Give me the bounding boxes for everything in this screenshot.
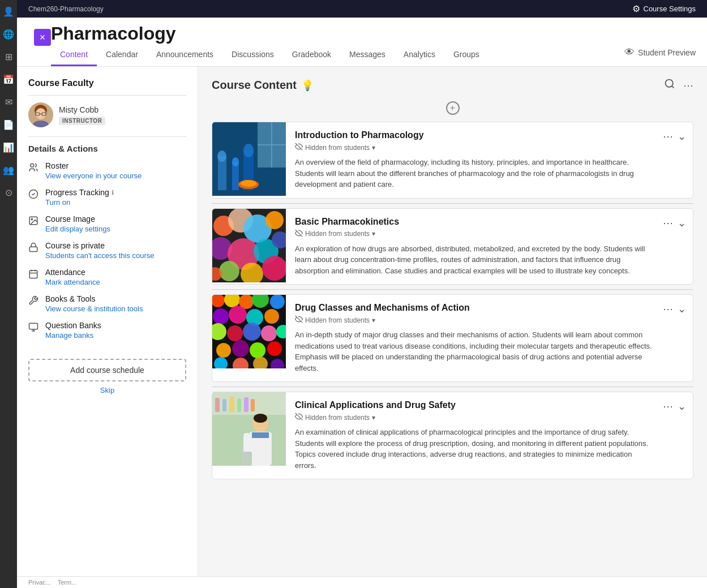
progress-label: Progress Tracking ℹ [45,188,114,197]
books-tools-label: Books & Tools [45,294,143,303]
progress-link[interactable]: Turn on [45,198,114,207]
roster-icon [28,162,40,175]
bulb-icon: 💡 [301,79,314,92]
faculty-section-title: Course Faculty [28,78,186,88]
card-3-title: Drug Classes and Mechanisms of Action [295,303,654,313]
tab-content[interactable]: Content [51,44,97,66]
tab-announcements[interactable]: Announcements [147,44,222,66]
search-button[interactable] [664,78,675,92]
card-3-hidden-toggle[interactable]: Hidden from students ▾ [295,315,654,325]
card-4-hidden-toggle[interactable]: Hidden from students ▾ [295,413,654,422]
svg-point-83 [254,414,267,423]
svg-rect-80 [244,397,248,412]
action-progress-tracking: Progress Tracking ℹ Turn on [28,188,186,207]
svg-point-62 [261,325,277,341]
svg-point-66 [250,342,265,358]
card-3-body: Drug Classes and Mechanisms of Action [286,295,663,381]
svg-point-55 [213,308,229,324]
tab-discussions[interactable]: Discussions [222,44,283,66]
svg-point-54 [270,295,285,309]
nav-mail-icon[interactable]: ✉ [3,96,14,108]
card-2-more-button[interactable]: ⋯ [663,217,673,229]
gear-icon: ⚙ [632,3,640,14]
question-banks-icon [28,322,40,334]
nav-chart-icon[interactable]: 📊 [3,141,14,153]
private-label: Course is private [45,241,155,250]
top-bar: Chem260-Pharmacology ⚙ Course Settings [17,0,707,18]
card-1-expand-button[interactable]: ⌄ [678,130,686,143]
card-2-actions: ⋯ ⌄ [663,209,693,285]
svg-point-7 [31,164,34,167]
nav-calendar-icon[interactable]: 📅 [3,74,14,85]
card-1-image [212,122,286,196]
svg-point-60 [227,325,243,341]
nav-users-icon[interactable]: 👥 [3,164,14,175]
card-4-more-button[interactable]: ⋯ [663,400,673,413]
action-books-tools: Books & Tools View course & institution … [28,294,186,313]
details-section-title: Details & Actions [28,144,186,153]
svg-point-65 [232,340,249,357]
card-2-hidden-toggle[interactable]: Hidden from students ▾ [295,229,654,239]
course-image-link[interactable]: Edit display settings [45,225,110,233]
svg-rect-88 [252,432,269,438]
card-4-body: Clinical Applications and Drug Safety [286,392,663,479]
attendance-link[interactable]: Mark attendance [45,278,100,286]
add-content-button[interactable]: + [446,101,460,115]
course-content-title: Course Content 💡 [212,79,314,92]
card-1-hidden-toggle[interactable]: Hidden from students ▾ [295,143,654,152]
progress-icon [28,189,40,201]
svg-line-20 [672,86,674,88]
question-banks-link[interactable]: Manage banks [45,331,101,340]
card-1-title: Introduction to Pharmacology [295,130,654,140]
lock-icon [28,242,40,255]
card-4-image [212,392,286,466]
course-card-1: Introduction to Pharmacology Hidde [212,122,693,199]
page-header: × Pharmacology Content Calendar Announce… [17,18,707,67]
svg-point-26 [232,157,239,166]
svg-point-39 [265,211,284,229]
course-card-3: Drug Classes and Mechanisms of Action [212,294,693,382]
card-3-more-button[interactable]: ⋯ [663,303,673,315]
card-4-title: Clinical Applications and Drug Safety [295,400,654,410]
nav-circle-icon[interactable]: ⊙ [3,187,14,198]
nav-person-icon[interactable]: 👤 [3,6,14,17]
svg-point-43 [219,261,239,281]
nav-grid-icon[interactable]: ⊞ [3,51,14,62]
card-2-expand-button[interactable]: ⌄ [678,217,686,229]
action-question-banks: Question Banks Manage banks [28,321,186,340]
private-link[interactable]: Students can't access this course [45,251,155,260]
terms-link[interactable]: Term... [58,579,77,586]
close-button[interactable]: × [34,29,51,46]
tab-calendar[interactable]: Calendar [97,44,147,66]
tab-groups[interactable]: Groups [444,44,489,66]
roster-link[interactable]: View everyone in your course [45,171,142,180]
svg-point-61 [243,323,261,341]
svg-rect-76 [215,398,220,412]
student-preview-button[interactable]: 👁 Student Preview [624,46,707,64]
card-1-actions: ⋯ ⌄ [663,122,693,198]
course-settings-button[interactable]: ⚙ Course Settings [632,3,696,14]
svg-point-24 [217,151,226,162]
tab-messages[interactable]: Messages [340,44,395,66]
books-tools-link[interactable]: View course & institution tools [45,304,143,313]
card-1-description: An overview of the field of pharmacology… [295,157,654,190]
card-4-expand-button[interactable]: ⌄ [678,400,686,413]
card-1-body: Introduction to Pharmacology Hidde [286,122,663,198]
tab-analytics[interactable]: Analytics [395,44,444,66]
card-3-actions: ⋯ ⌄ [663,295,693,381]
more-options-button[interactable]: ⋯ [683,79,693,92]
hidden-icon-4 [295,413,303,422]
action-roster: Roster View everyone in your course [28,161,186,180]
privacy-link[interactable]: Privac... [28,579,51,586]
nav-document-icon[interactable]: 📄 [3,119,14,130]
skip-link[interactable]: Skip [28,386,186,394]
nav-globe-icon[interactable]: 🌐 [3,28,14,40]
svg-rect-16 [29,323,38,329]
breadcrumb: Chem260-Pharmacology [28,5,104,13]
add-course-schedule-button[interactable]: Add course schedule [28,359,186,381]
tab-gradebook[interactable]: Gradebook [283,44,340,66]
card-3-expand-button[interactable]: ⌄ [678,303,686,315]
card-1-more-button[interactable]: ⋯ [663,130,673,143]
card-3-image [212,295,286,368]
svg-point-28 [243,144,254,157]
